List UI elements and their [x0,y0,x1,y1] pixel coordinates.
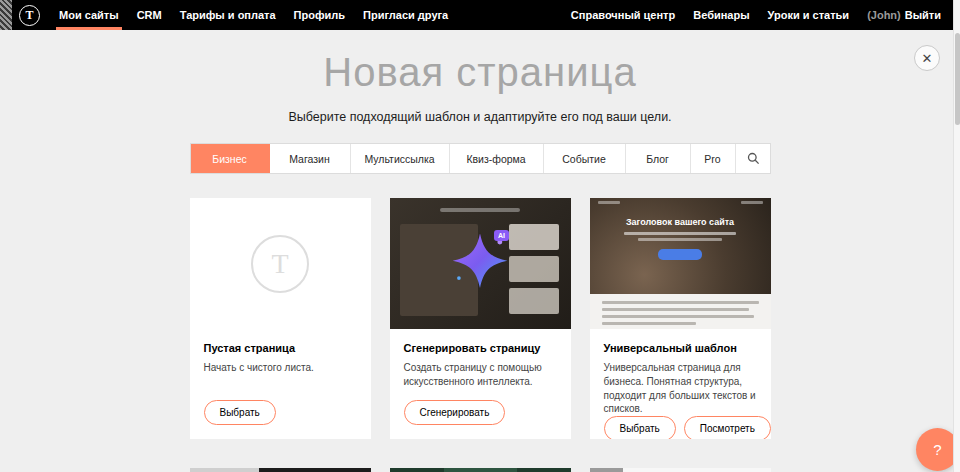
tab-shop[interactable]: Магазин [270,144,351,173]
nav-item-label: Пригласи друга [363,9,448,21]
nav-item-lessons[interactable]: Уроки и статьи [759,0,859,30]
choose-blank-button[interactable]: Выбрать [204,400,276,425]
nav-item-label: Вебинары [693,9,749,21]
tab-label: Событие [562,153,606,165]
card-buttons: Выбрать [204,400,357,425]
nav-item-tariffs[interactable]: Тарифы и оплата [171,0,285,30]
preview-cta-button [658,249,702,260]
blank-template-preview[interactable]: T [190,198,371,329]
template-card-universal: Заголовок вашего сайта Универсальный шаб… [590,198,771,439]
ai-template-preview[interactable]: AI [390,198,571,329]
scrollbar-thumb[interactable] [955,33,960,125]
template-preview-partial [590,468,771,472]
search-icon [747,152,760,165]
nav-item-label: Справочный центр [571,9,675,21]
tab-label: Pro [704,153,720,165]
preview-text-section [590,294,771,329]
nav-item-webinars[interactable]: Вебинары [684,0,758,30]
choose-universal-button[interactable]: Выбрать [604,416,676,439]
template-cards-row-2 [190,468,771,472]
tab-pro[interactable]: Pro [691,144,736,173]
tab-blog[interactable]: Блог [626,144,691,173]
logo-icon: T [19,5,40,26]
tilda-logo-icon: T [251,235,309,293]
page-subtitle: Выберите подходящий шаблон и адаптируйте… [0,110,960,124]
nav-item-invite-friend[interactable]: Пригласи друга [354,0,457,30]
top-navigation-bar: T Мои сайты CRM Тарифы и оплата Профиль … [0,0,960,30]
preview-panel [509,224,559,250]
preview-subtext-line [624,232,736,235]
card-body: Сгенерировать страницу Создать страницу … [390,329,571,439]
card-description: Универсальная страница для бизнеса. Поня… [604,361,757,416]
card-title: Пустая страница [204,342,357,354]
card-description: Создать страницу с помощью искусственног… [404,361,557,389]
tab-quiz-form[interactable]: Квиз-форма [450,144,544,173]
card-title: Сгенерировать страницу [404,342,557,354]
preview-universal-button[interactable]: Посмотреть [684,416,771,439]
tab-label: Мультиссылка [364,153,434,165]
nav-item-label: CRM [137,9,162,21]
template-card-partial[interactable] [590,468,771,472]
preview-panel [509,288,559,314]
tab-business[interactable]: Бизнес [191,144,270,173]
preview-panel [509,256,559,282]
nav-item-help-center[interactable]: Справочный центр [562,0,684,30]
template-preview-partial [190,468,371,472]
nav-left-group: Мои сайты CRM Тарифы и оплата Профиль Пр… [50,0,457,30]
nav-item-crm[interactable]: CRM [128,0,171,30]
template-card-ai-generate: AI Сгенерировать страницу Создать страни… [390,198,571,439]
user-name: (John) [867,9,901,21]
scrollbar-track[interactable] [953,0,960,472]
preview-title-bar [440,208,520,212]
template-category-tabs: Бизнес Магазин Мультиссылка Квиз-форма С… [190,143,771,174]
tab-event[interactable]: Событие [544,144,626,173]
generate-button[interactable]: Сгенерировать [404,400,506,425]
tab-label: Магазин [289,153,330,165]
preview-hero-section: Заголовок вашего сайта [590,198,771,294]
tab-label: Квиз-форма [466,153,525,165]
ai-badge: AI [494,230,509,241]
nav-item-profile[interactable]: Профиль [285,0,354,30]
card-description: Начать с чистого листа. [204,361,357,375]
question-mark-icon: ? [933,441,941,458]
page-title: Новая страница [0,50,960,95]
preview-subtext-line [638,238,722,241]
edge-pattern-decoration [0,0,12,30]
close-button[interactable]: ✕ [914,45,940,71]
card-buttons: Выбрать Посмотреть [604,416,757,439]
close-icon: ✕ [922,51,933,66]
template-card-partial[interactable] [390,468,571,472]
nav-item-label: Профиль [294,9,345,21]
app-logo[interactable]: T [12,0,50,30]
template-card-blank: T Пустая страница Начать с чистого листа… [190,198,371,439]
card-body: Пустая страница Начать с чистого листа. … [190,329,371,439]
nav-item-my-sites[interactable]: Мои сайты [50,0,128,30]
tab-search[interactable] [736,144,772,173]
preview-heading: Заголовок вашего сайта [626,217,734,227]
template-cards-row: T Пустая страница Начать с чистого листа… [190,198,771,439]
logout-label: Выйти [905,9,941,21]
tab-label: Бизнес [212,153,246,165]
card-title: Универсальный шаблон [604,342,757,354]
nav-right-group: Справочный центр Вебинары Уроки и статьи… [562,0,950,30]
template-preview-partial [390,468,571,472]
nav-item-logout[interactable]: (John) Выйти [858,0,950,30]
preview-nav-bar [590,198,771,208]
nav-item-label: Уроки и статьи [768,9,850,21]
nav-item-label: Тарифы и оплата [180,9,276,21]
nav-item-label: Мои сайты [59,9,119,21]
card-body: Универсальный шаблон Универсальная стран… [590,329,771,439]
tab-multilink[interactable]: Мультиссылка [351,144,450,173]
template-card-partial[interactable] [190,468,371,472]
card-buttons: Сгенерировать [404,400,557,425]
universal-template-preview[interactable]: Заголовок вашего сайта [590,198,771,329]
tab-label: Блог [646,153,669,165]
